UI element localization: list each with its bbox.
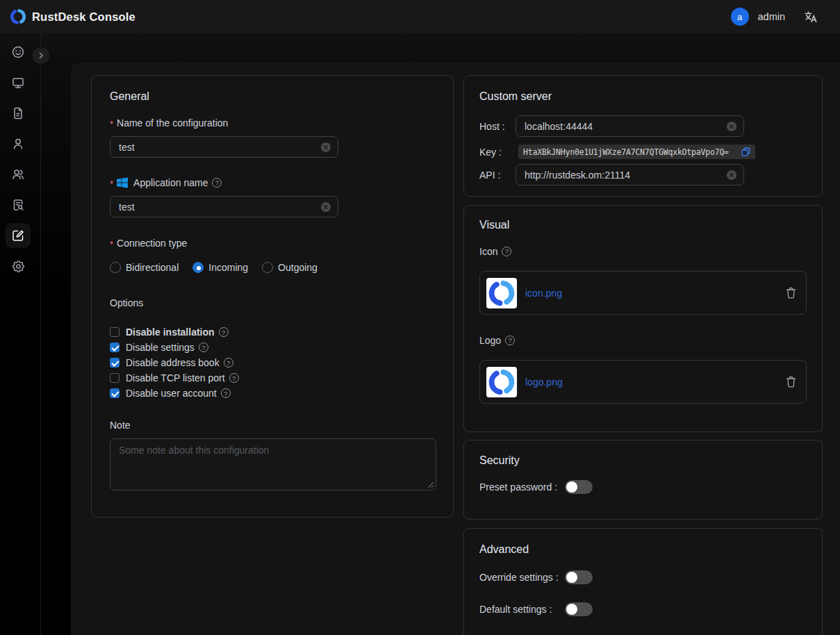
checkbox-box	[110, 373, 120, 383]
key-value-chip: HtaXBkJNHyn0e1U1jWXze7A7CN7QTGWqxkOtpaVp…	[518, 145, 755, 159]
sidebar-item-documents[interactable]	[6, 101, 31, 126]
clear-icon[interactable]	[727, 122, 736, 131]
app-name-input[interactable]	[110, 197, 338, 217]
help-icon[interactable]: ?	[229, 373, 239, 383]
api-label: API :	[479, 170, 516, 181]
sidebar-divider	[40, 33, 41, 635]
icon-file-link[interactable]: icon.png	[525, 288, 562, 299]
preset-password-label: Preset password :	[479, 481, 565, 493]
sidebar-item-groups[interactable]	[6, 162, 31, 187]
translate-icon[interactable]	[803, 10, 818, 24]
help-icon[interactable]: ?	[221, 388, 231, 398]
trash-icon[interactable]	[786, 287, 796, 299]
preset-password-toggle[interactable]	[565, 480, 593, 494]
checkbox-box	[110, 327, 120, 337]
config-name-input-wrap	[110, 136, 338, 158]
options-label: Options	[110, 297, 435, 308]
checkbox-disable-address-book[interactable]: Disable address book?	[110, 355, 435, 370]
checkbox-disable-installation[interactable]: Disable installation?	[110, 324, 435, 340]
key-label: Key :	[479, 147, 516, 158]
card-security: Security Preset password :	[463, 440, 823, 520]
clear-icon[interactable]	[727, 170, 736, 180]
clear-icon[interactable]	[321, 202, 331, 212]
connection-type-radios: Bidirectional Incoming Outgoing	[110, 262, 435, 273]
security-title: Security	[479, 454, 807, 467]
rustdesk-logo-icon	[10, 8, 26, 25]
override-settings-row: Override settings :	[479, 570, 807, 584]
checkbox-box	[110, 343, 120, 352]
default-settings-row: Default settings :	[479, 602, 807, 616]
sidebar-item-configurations[interactable]	[6, 223, 31, 248]
required-asterisk: *	[110, 239, 113, 250]
override-settings-label: Override settings :	[479, 572, 565, 583]
general-title: General	[110, 90, 435, 103]
config-name-label: * Name of the configuration	[110, 117, 435, 129]
custom-server-title: Custom server	[479, 90, 807, 103]
app-name-input-wrap	[110, 196, 338, 217]
radio-circle	[262, 262, 273, 273]
radio-bidirectional[interactable]: Bidirectional	[110, 262, 179, 273]
main-panel: General * Name of the configuration * Ap…	[71, 63, 840, 635]
override-settings-toggle[interactable]	[565, 570, 593, 584]
host-input[interactable]	[516, 116, 743, 136]
sidebar-item-users[interactable]	[6, 131, 31, 156]
key-value: HtaXBkJNHyn0e1U1jWXze7A7CN7QTGWqxkOtpaVp…	[523, 147, 729, 157]
help-icon[interactable]: ?	[212, 178, 222, 188]
help-icon[interactable]: ?	[219, 327, 229, 337]
api-input[interactable]	[516, 165, 743, 185]
trash-icon[interactable]	[786, 376, 796, 388]
host-label: Host :	[479, 121, 516, 132]
card-advanced: Advanced Override settings : Default set…	[463, 528, 823, 635]
sidebar-item-settings[interactable]	[6, 254, 31, 279]
icon-label: Icon ?	[479, 246, 807, 257]
note-label: Note	[110, 420, 435, 431]
checkbox-disable-user-account[interactable]: Disable user account?	[110, 386, 435, 401]
help-icon[interactable]: ?	[224, 358, 233, 368]
checkbox-disable-tcp-listen-port[interactable]: Disable TCP listen port?	[110, 370, 435, 386]
radio-circle	[110, 262, 121, 273]
default-settings-toggle[interactable]	[565, 602, 593, 616]
icon-thumbnail	[486, 278, 517, 308]
help-icon[interactable]: ?	[502, 247, 511, 256]
help-icon[interactable]: ?	[199, 343, 208, 352]
icon-file-row: icon.png	[479, 271, 807, 315]
username[interactable]: admin	[758, 11, 786, 22]
checkbox-box	[110, 388, 120, 398]
config-name-input[interactable]	[110, 137, 338, 157]
host-input-wrap	[516, 115, 744, 137]
preset-password-row: Preset password :	[479, 480, 807, 494]
app-title: RustDesk Console	[32, 10, 135, 24]
sidebar	[6, 40, 31, 279]
card-custom-server: Custom server Host : Key : HtaXBkJNHyn0e…	[463, 75, 823, 197]
connection-type-label: * Connection type	[110, 238, 435, 249]
avatar[interactable]: a	[731, 8, 749, 26]
visual-title: Visual	[479, 218, 807, 231]
app-name-label: * Application name ?	[110, 177, 435, 188]
card-visual: Visual Icon ? icon.png Logo ? logo.png	[463, 205, 823, 432]
checkbox-disable-settings[interactable]: Disable settings?	[110, 340, 435, 355]
sidebar-expand-button[interactable]	[33, 47, 49, 64]
advanced-title: Advanced	[479, 543, 807, 556]
note-textarea-wrap	[110, 438, 436, 490]
resize-handle[interactable]	[427, 481, 434, 488]
logo-file-row: logo.png	[479, 360, 807, 404]
card-general: General * Name of the configuration * Ap…	[91, 75, 454, 518]
radio-outgoing[interactable]: Outgoing	[262, 262, 318, 273]
help-icon[interactable]: ?	[505, 336, 515, 345]
radio-incoming[interactable]: Incoming	[192, 262, 248, 273]
radio-circle	[192, 262, 204, 273]
checkbox-box	[110, 358, 120, 368]
default-settings-label: Default settings :	[479, 604, 565, 615]
note-textarea[interactable]	[110, 439, 436, 490]
logo-thumbnail	[486, 367, 517, 397]
logo-file-link[interactable]: logo.png	[525, 377, 563, 388]
sidebar-item-dashboard[interactable]	[6, 40, 31, 65]
api-input-wrap	[516, 164, 744, 185]
sidebar-item-devices[interactable]	[6, 70, 31, 95]
app-header: RustDesk Console a admin	[0, 0, 840, 33]
windows-icon	[117, 177, 128, 188]
sidebar-item-audit[interactable]	[6, 192, 31, 217]
required-asterisk: *	[110, 119, 113, 130]
clear-icon[interactable]	[321, 142, 331, 152]
copy-icon[interactable]	[741, 147, 750, 156]
